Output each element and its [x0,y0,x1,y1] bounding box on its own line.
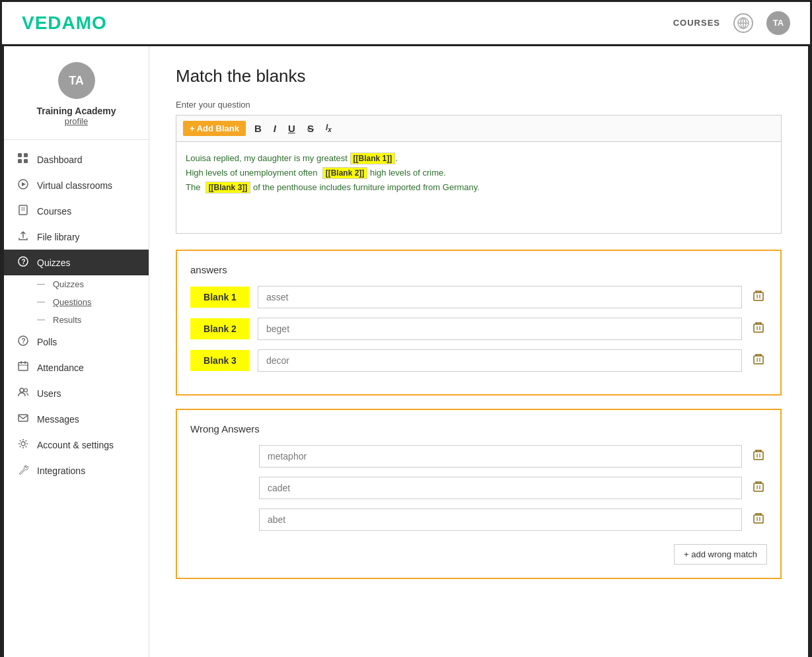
sidebar-item-virtual-classrooms[interactable]: Virtual classrooms [4,172,149,198]
sidebar-nav: Dashboard Virtual classrooms [4,140,149,644]
sidebar-label-courses: Courses [37,206,71,217]
answer-input-1[interactable] [258,286,742,308]
grid-icon [17,153,29,166]
gear-icon [17,438,29,451]
sidebar-item-integrations[interactable]: Integrations [4,458,149,483]
svg-rect-55 [754,515,763,523]
attendance-icon [17,361,29,374]
delete-answer-3-button[interactable] [750,351,767,370]
wrong-answer-input-1[interactable] [259,445,742,467]
svg-text:?: ? [22,258,26,265]
svg-marker-9 [22,182,26,186]
answer-row-1: Blank 1 [190,286,767,308]
svg-rect-4 [18,153,22,157]
main-layout: TA Training Academy profile Dash [2,44,810,657]
sidebar-sub-item-results[interactable]: Results [30,311,149,329]
blank-label-3: Blank 3 [190,350,250,371]
wrong-answer-row-3 [190,508,767,531]
sidebar-item-attendance[interactable]: Attendance [4,355,149,380]
sidebar-item-dashboard[interactable]: Dashboard [4,147,149,172]
svg-rect-6 [18,159,22,163]
sidebar-name: Training Academy [36,106,116,116]
svg-rect-25 [754,293,763,300]
delete-wrong-answer-1-button[interactable] [750,446,767,466]
wrong-answers-title: Wrong Answers [190,423,767,434]
svg-rect-49 [754,483,763,491]
sidebar-profile-link[interactable]: profile [65,116,88,126]
delete-wrong-answer-2-button[interactable] [750,478,767,498]
sidebar-label-attendance: Attendance [37,363,84,373]
answer-input-3[interactable] [258,349,742,372]
svg-rect-5 [24,153,28,157]
blank-label-1: Blank 1 [190,287,250,308]
sidebar-label-integrations: Integrations [37,466,85,476]
question-editor[interactable]: Louisa replied, my daughter is my greate… [176,141,782,234]
quizzes-sub-items: Quizzes Questions Results [4,275,149,329]
svg-point-22 [24,389,28,392]
svg-point-24 [21,442,25,446]
users-icon [17,387,29,399]
blank-tag-3: [[Blank 3]] [205,182,251,193]
play-circle-icon [17,179,29,191]
answer-input-2[interactable] [258,318,742,340]
sidebar-sub-item-quizzes[interactable]: Quizzes [30,275,149,293]
courses-nav-link[interactable]: COURSES [673,18,720,28]
sidebar-label-virtual-classrooms: Virtual classrooms [37,180,112,191]
question-circle-icon: ? [17,256,29,269]
bold-button[interactable]: B [251,121,265,135]
sub-item-label-quizzes: Quizzes [53,279,84,289]
navbar: VEDAMO COURSES TA [2,2,810,44]
brand-logo: VEDAMO [22,13,107,34]
svg-rect-7 [24,159,28,163]
sidebar-profile: TA Training Academy profile [4,46,149,140]
sidebar-item-account-settings[interactable]: Account & settings [4,432,149,458]
svg-text:?: ? [22,337,26,345]
svg-rect-31 [754,324,763,332]
polls-icon: ? [17,335,29,348]
blank-tag-2: [[Blank 2]] [322,167,368,179]
sidebar-item-polls[interactable]: ? Polls [4,329,149,355]
sidebar-label-polls: Polls [37,337,57,347]
italic-button[interactable]: I [270,121,279,135]
answers-section-title: answers [190,264,767,275]
delete-answer-1-button[interactable] [750,287,767,307]
add-wrong-match-button[interactable]: + add wrong match [674,544,767,565]
wrong-answer-input-2[interactable] [259,477,742,499]
svg-point-21 [20,388,24,392]
sidebar-label-dashboard: Dashboard [37,155,83,165]
page-title: Match the blanks [176,66,782,86]
svg-rect-43 [754,452,763,460]
upload-icon [17,230,29,243]
sidebar-item-messages[interactable]: Messages [4,406,149,432]
book-icon [17,205,29,217]
sidebar-avatar: TA [58,62,95,99]
sidebar-label-account-settings: Account & settings [37,440,114,450]
sidebar-item-courses[interactable]: Courses [4,198,149,224]
delete-answer-2-button[interactable] [750,319,767,339]
add-blank-button[interactable]: + Add Blank [183,121,246,136]
clear-format-button[interactable]: Ix [322,121,335,135]
wrong-answer-row-2 [190,477,767,499]
blank-label-2: Blank 2 [190,318,250,339]
answer-row-3: Blank 3 [190,349,767,372]
wrong-answer-input-3[interactable] [259,508,742,531]
wrong-answer-row-1 [190,445,767,467]
sidebar: TA Training Academy profile Dash [4,46,149,657]
answers-section: answers Blank 1 [176,250,782,396]
question-label: Enter your question [176,100,782,110]
strikethrough-button[interactable]: S [304,121,317,135]
answer-row-2: Blank 2 [190,318,767,340]
sidebar-label-users: Users [37,388,61,399]
sidebar-sub-item-questions[interactable]: Questions [30,293,149,311]
navbar-right: COURSES TA [673,11,790,35]
sidebar-label-file-library: File library [37,232,80,242]
sidebar-item-file-library[interactable]: File library [4,224,149,250]
language-globe-icon[interactable] [733,13,753,33]
underline-button[interactable]: U [285,121,299,135]
user-avatar[interactable]: TA [766,11,790,35]
delete-wrong-answer-3-button[interactable] [750,510,767,530]
sidebar-item-quizzes[interactable]: ? Quizzes [4,250,149,275]
editor-toolbar: + Add Blank B I U S Ix [176,115,782,141]
sidebar-item-users[interactable]: Users [4,380,149,406]
blank-tag-1: [[Blank 1]] [350,153,396,164]
